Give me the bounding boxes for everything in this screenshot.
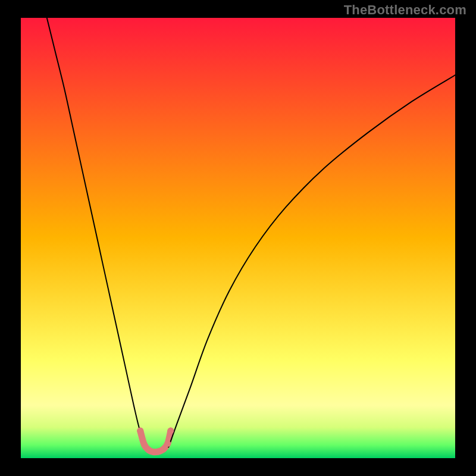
bottleneck-chart — [21, 18, 455, 458]
chart-background — [21, 18, 455, 458]
bottom-marker-arc-dot — [164, 440, 171, 447]
chart-frame: TheBottleneck.com — [0, 0, 476, 476]
bottom-marker-arc-dot — [141, 441, 148, 448]
bottom-marker-arc-dot — [167, 428, 174, 434]
bottom-marker-arc-dot — [137, 428, 143, 434]
watermark-text: TheBottleneck.com — [344, 2, 466, 18]
bottom-marker-arc-dot — [160, 446, 167, 453]
